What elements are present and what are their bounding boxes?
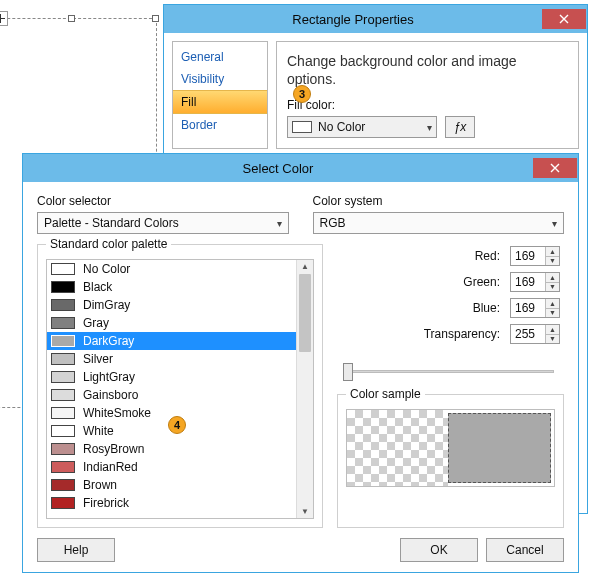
palette-item-label: No Color (83, 262, 130, 276)
color-swatch (51, 443, 75, 455)
color-swatch (51, 317, 75, 329)
scroll-thumb[interactable] (299, 274, 311, 352)
color-system-value: RGB (320, 216, 346, 230)
palette-item-label: Black (83, 280, 112, 294)
transparency-slider[interactable] (341, 358, 560, 386)
category-general[interactable]: General (173, 46, 267, 68)
category-border[interactable]: Border (173, 114, 267, 136)
color-system-dropdown[interactable]: RGB ▾ (313, 212, 565, 234)
transparency-spinner[interactable]: 255 ▲▼ (510, 324, 560, 344)
color-swatch (51, 497, 75, 509)
palette-listbox[interactable]: No ColorBlackDimGrayGrayDarkGraySilverLi… (46, 259, 314, 519)
chevron-down-icon: ▾ (552, 218, 557, 229)
palette-item[interactable]: LightGray (47, 368, 296, 386)
spin-down-icon[interactable]: ▼ (546, 257, 559, 266)
fill-color-label: Fill color: (287, 98, 568, 112)
blue-value[interactable]: 169 (511, 299, 545, 317)
color-swatch (51, 263, 75, 275)
green-spinner[interactable]: 169 ▲▼ (510, 272, 560, 292)
palette-item[interactable]: Black (47, 278, 296, 296)
palette-item[interactable]: Gray (47, 314, 296, 332)
color-swatch (51, 389, 75, 401)
palette-group-title: Standard color palette (46, 237, 171, 251)
palette-item[interactable]: WhiteSmoke (47, 404, 296, 422)
resize-handle[interactable] (68, 15, 75, 22)
color-selector-dropdown[interactable]: Palette - Standard Colors ▾ (37, 212, 289, 234)
transparency-value[interactable]: 255 (511, 325, 545, 343)
palette-item[interactable]: Silver (47, 350, 296, 368)
palette-item-label: Silver (83, 352, 113, 366)
color-swatch (51, 281, 75, 293)
spin-up-icon[interactable]: ▲ (546, 247, 559, 257)
palette-item[interactable]: DimGray (47, 296, 296, 314)
sample-current (448, 413, 551, 483)
titlebar[interactable]: Select Color (23, 154, 578, 182)
color-swatch (51, 353, 75, 365)
chevron-down-icon: ▾ (277, 218, 282, 229)
palette-item-label: Brown (83, 478, 117, 492)
resize-handle[interactable] (152, 15, 159, 22)
palette-item-label: Firebrick (83, 496, 129, 510)
fx-icon: ƒx (454, 120, 467, 134)
close-icon (559, 14, 569, 24)
close-button[interactable] (542, 9, 586, 29)
cancel-button[interactable]: Cancel (486, 538, 564, 562)
red-label: Red: (341, 249, 506, 263)
color-swatch (51, 461, 75, 473)
fill-color-dropdown[interactable]: No Color ▾ (287, 116, 437, 138)
palette-item[interactable]: IndianRed (47, 458, 296, 476)
blue-label: Blue: (341, 301, 506, 315)
window-title: Select Color (23, 161, 533, 176)
spin-up-icon[interactable]: ▲ (546, 299, 559, 309)
scroll-down-icon[interactable]: ▼ (297, 505, 313, 518)
spin-up-icon[interactable]: ▲ (546, 273, 559, 283)
close-icon (550, 163, 560, 173)
close-button[interactable] (533, 158, 577, 178)
green-label: Green: (341, 275, 506, 289)
color-swatch (51, 335, 75, 347)
slider-track (347, 370, 554, 373)
red-spinner[interactable]: 169 ▲▼ (510, 246, 560, 266)
slider-thumb[interactable] (343, 363, 353, 381)
spin-down-icon[interactable]: ▼ (546, 283, 559, 292)
expression-button[interactable]: ƒx (445, 116, 475, 138)
color-selector-value: Palette - Standard Colors (44, 216, 179, 230)
panel-description: Change background color and image option… (287, 52, 568, 88)
spin-up-icon[interactable]: ▲ (546, 325, 559, 335)
category-visibility[interactable]: Visibility (173, 68, 267, 90)
color-sample-group: Color sample (337, 394, 564, 528)
color-swatch (51, 425, 75, 437)
red-value[interactable]: 169 (511, 247, 545, 265)
transparency-label: Transparency: (341, 327, 506, 341)
window-title: Rectangle Properties (164, 12, 542, 27)
palette-item[interactable]: DarkGray (47, 332, 296, 350)
move-handle-icon[interactable] (0, 11, 8, 26)
green-value[interactable]: 169 (511, 273, 545, 291)
palette-item-label: IndianRed (83, 460, 138, 474)
palette-item-label: White (83, 424, 114, 438)
select-color-dialog: Select Color Color selector Palette - St… (22, 153, 579, 573)
ok-button[interactable]: OK (400, 538, 478, 562)
category-fill[interactable]: Fill (173, 90, 267, 114)
color-swatch (51, 407, 75, 419)
blue-spinner[interactable]: 169 ▲▼ (510, 298, 560, 318)
color-sample-title: Color sample (346, 387, 425, 401)
spin-down-icon[interactable]: ▼ (546, 335, 559, 344)
spin-down-icon[interactable]: ▼ (546, 309, 559, 318)
chevron-down-icon: ▾ (427, 122, 432, 133)
palette-scrollbar[interactable]: ▲ ▼ (296, 260, 313, 518)
scroll-up-icon[interactable]: ▲ (297, 260, 313, 273)
palette-item[interactable]: Gainsboro (47, 386, 296, 404)
fill-color-swatch (292, 121, 312, 133)
color-system-label: Color system (313, 194, 565, 208)
titlebar[interactable]: Rectangle Properties (164, 5, 587, 33)
palette-item[interactable]: No Color (47, 260, 296, 278)
palette-item[interactable]: RosyBrown (47, 440, 296, 458)
help-button[interactable]: Help (37, 538, 115, 562)
palette-item[interactable]: Firebrick (47, 494, 296, 512)
palette-item-label: Gray (83, 316, 109, 330)
palette-item[interactable]: White (47, 422, 296, 440)
category-panel: Change background color and image option… (276, 41, 579, 149)
palette-item[interactable]: Brown (47, 476, 296, 494)
palette-item-label: Gainsboro (83, 388, 138, 402)
